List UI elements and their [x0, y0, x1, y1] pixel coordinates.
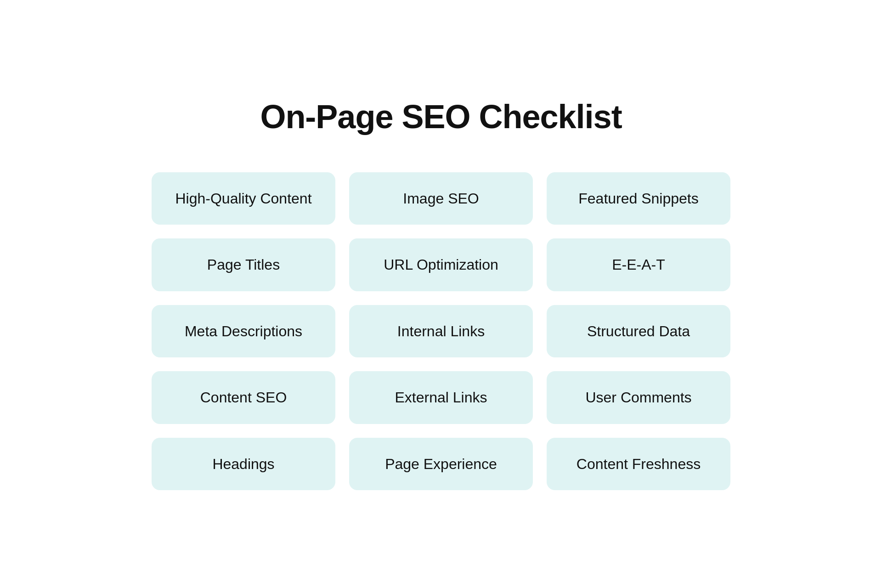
checklist-item-label: E-E-A-T — [612, 256, 665, 273]
checklist-item-label: Page Experience — [385, 455, 497, 473]
checklist-item: High-Quality Content — [152, 172, 335, 225]
checklist-item: External Links — [349, 371, 533, 424]
checklist-item: E-E-A-T — [547, 238, 730, 291]
checklist-item-label: Featured Snippets — [578, 190, 699, 207]
checklist-item-label: Meta Descriptions — [185, 322, 302, 340]
page-title: On-Page SEO Checklist — [260, 98, 622, 136]
checklist-item: Internal Links — [349, 305, 533, 357]
checklist-item-label: Headings — [212, 455, 274, 473]
checklist-item-label: Structured Data — [587, 322, 690, 340]
checklist-item: Structured Data — [547, 305, 730, 357]
checklist-item-label: Internal Links — [397, 322, 485, 340]
checklist-item: Image SEO — [349, 172, 533, 225]
checklist-item-label: Page Titles — [207, 256, 280, 273]
checklist-item-label: User Comments — [585, 389, 691, 406]
checklist-item-label: Image SEO — [403, 190, 479, 207]
checklist-item-label: Content Freshness — [577, 455, 701, 473]
checklist-item-label: Content SEO — [200, 389, 287, 406]
checklist-item: Content Freshness — [547, 438, 730, 490]
checklist-item: Page Experience — [349, 438, 533, 490]
checklist-item: Meta Descriptions — [152, 305, 335, 357]
checklist-grid: High-Quality ContentImage SEOFeatured Sn… — [152, 172, 730, 490]
checklist-item: Page Titles — [152, 238, 335, 291]
checklist-item-label: External Links — [395, 389, 487, 406]
checklist-item-label: URL Optimization — [384, 256, 498, 273]
checklist-item-label: High-Quality Content — [175, 190, 311, 207]
checklist-item: URL Optimization — [349, 238, 533, 291]
checklist-item: Featured Snippets — [547, 172, 730, 225]
checklist-item: Content SEO — [152, 371, 335, 424]
checklist-item: Headings — [152, 438, 335, 490]
checklist-item: User Comments — [547, 371, 730, 424]
